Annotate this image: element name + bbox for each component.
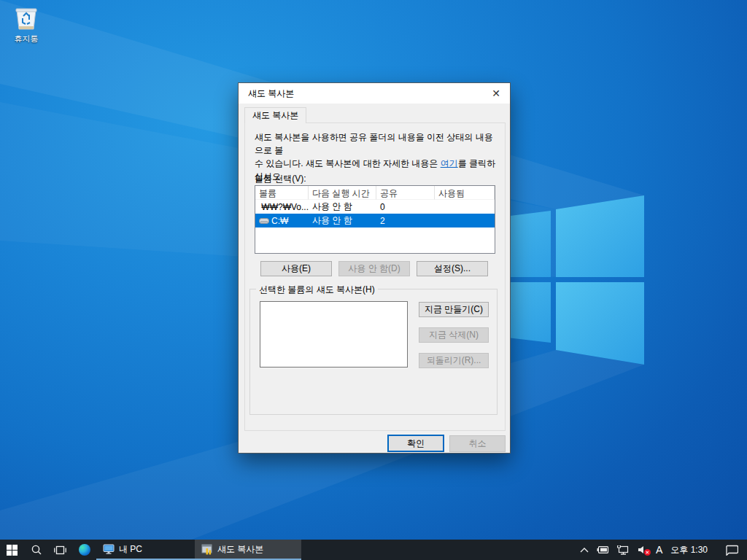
tray-expand-button[interactable] xyxy=(580,548,589,553)
windows-start-icon xyxy=(7,545,18,556)
cell-next-run: 사용 안 함 xyxy=(312,201,352,213)
cell-volume: ₩₩?₩Vo... xyxy=(261,202,309,212)
tab-panel: 섀도 복사본을 사용하면 공유 폴더의 내용을 이전 상태의 내용으로 볼 수 … xyxy=(244,122,506,431)
battery-icon[interactable] xyxy=(597,546,609,553)
task-view-icon xyxy=(54,545,66,556)
disable-button: 사용 안 함(D) xyxy=(338,261,410,276)
shadow-copies-list[interactable] xyxy=(260,301,408,368)
network-icon[interactable] xyxy=(617,545,630,555)
volume-listview: 볼륨 다음 실행 시간 공유 사용됨 ₩₩?₩Vo... 사용 안 함 0 xyxy=(255,185,495,254)
volume-select-label: 볼륨 선택(V): xyxy=(255,173,306,185)
column-header-shares[interactable]: 공유 xyxy=(376,186,435,200)
taskbar-button-my-pc[interactable]: 내 PC xyxy=(96,540,195,560)
edge-button[interactable] xyxy=(72,540,96,560)
column-header-next-run[interactable]: 다음 실행 시간 xyxy=(309,186,376,200)
cell-next-run: 사용 안 함 xyxy=(312,214,352,227)
chevron-up-icon xyxy=(580,548,589,553)
my-pc-icon xyxy=(103,544,115,554)
volume-row-selected[interactable]: C:₩ 사용 안 함 2 xyxy=(255,214,495,228)
action-center-icon xyxy=(726,545,738,556)
column-header-used[interactable]: 사용됨 xyxy=(435,186,495,200)
settings-button[interactable]: 설정(S)... xyxy=(417,261,488,276)
desktop: 휴지통 섀도 복사본 ✕ 섀도 복사본 섀도 복사본을 사용하면 공유 폴더의 … xyxy=(0,0,747,560)
tab-shadow-copies[interactable]: 섀도 복사본 xyxy=(244,107,306,123)
start-button[interactable] xyxy=(0,540,24,560)
here-link[interactable]: 여기 xyxy=(441,158,458,168)
column-header-volume[interactable]: 볼륨 xyxy=(255,186,309,200)
disk-icon xyxy=(259,217,269,225)
task-view-button[interactable] xyxy=(48,540,72,560)
action-center-button[interactable] xyxy=(726,545,738,556)
revert-button: 되돌리기(R)... xyxy=(419,353,489,368)
cell-volume: C:₩ xyxy=(271,216,288,226)
cell-shares: 0 xyxy=(380,202,385,212)
volume-muted-icon[interactable]: ✕ xyxy=(638,545,648,554)
taskbar-clock[interactable]: 오후 1:30 xyxy=(670,544,708,556)
shadow-copies-dialog: 섀도 복사본 ✕ 섀도 복사본 섀도 복사본을 사용하면 공유 폴더의 내용을 … xyxy=(238,82,511,454)
search-icon xyxy=(31,544,42,556)
taskbar-button-shadow-copies[interactable]: 섀도 복사본 xyxy=(195,540,301,560)
enable-button[interactable]: 사용(E) xyxy=(260,261,332,276)
taskbar: 내 PC 섀도 복사본 xyxy=(0,540,747,560)
tab-label: 섀도 복사본 xyxy=(252,110,298,120)
ok-button[interactable]: 확인 xyxy=(387,435,444,452)
recycle-bin[interactable]: 휴지통 xyxy=(6,6,47,44)
cell-shares: 2 xyxy=(380,216,385,226)
system-tray: ✕ A 오후 1:30 xyxy=(580,540,747,560)
mute-badge: ✕ xyxy=(644,549,651,556)
groupbox-legend: 선택한 볼륨의 섀도 복사본(H) xyxy=(256,284,378,296)
shadow-copies-groupbox: 선택한 볼륨의 섀도 복사본(H) 지금 만들기(C) 지금 삭제(N) 되돌리… xyxy=(249,289,498,415)
ime-indicator[interactable]: A xyxy=(656,544,662,556)
dialog-title: 섀도 복사본 xyxy=(239,88,294,100)
recycle-bin-icon xyxy=(12,6,40,32)
close-icon: ✕ xyxy=(492,88,500,99)
close-button[interactable]: ✕ xyxy=(484,83,508,104)
taskbar-button-label: 내 PC xyxy=(119,543,142,556)
description-line2: 수 있습니다. 섀도 복사본에 대한 자세한 내용은 xyxy=(255,158,441,168)
create-now-button[interactable]: 지금 만들기(C) xyxy=(419,302,489,317)
cancel-button: 취소 xyxy=(449,435,506,452)
shadow-copies-app-icon xyxy=(201,544,213,555)
listview-header: 볼륨 다음 실행 시간 공유 사용됨 xyxy=(255,186,495,200)
volume-row[interactable]: ₩₩?₩Vo... 사용 안 함 0 xyxy=(255,200,495,214)
recycle-bin-label: 휴지통 xyxy=(6,34,47,44)
delete-now-button: 지금 삭제(N) xyxy=(419,327,489,343)
search-button[interactable] xyxy=(24,540,48,560)
description-line1: 섀도 복사본을 사용하면 공유 폴더의 내용을 이전 상태의 내용으로 볼 xyxy=(255,132,493,155)
edge-icon xyxy=(79,544,90,556)
taskbar-button-label: 섀도 복사본 xyxy=(217,543,263,556)
dialog-titlebar[interactable]: 섀도 복사본 ✕ xyxy=(239,83,510,104)
